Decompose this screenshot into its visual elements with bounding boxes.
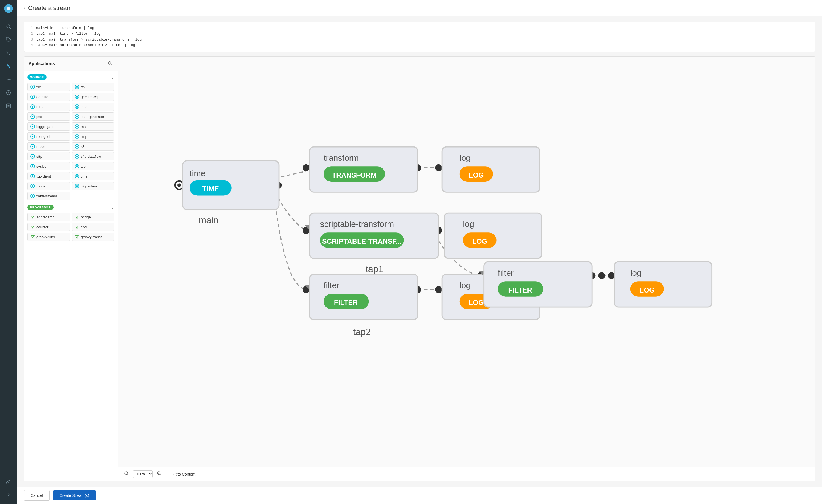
app-bridge[interactable]: bridge [72, 213, 114, 221]
sidebar-terminal[interactable] [0, 46, 17, 60]
svg-text:FILTER: FILTER [508, 286, 532, 294]
source-icon [30, 85, 35, 89]
app-s3[interactable]: s3 [72, 142, 114, 151]
app-counter[interactable]: counter [27, 223, 70, 231]
node-main-log[interactable]: log LOG [442, 147, 540, 192]
sidebar-leaf[interactable] [0, 475, 17, 488]
app-sftp[interactable]: sftp [27, 152, 70, 160]
back-button[interactable]: ‹ [24, 5, 25, 11]
app-tcp[interactable]: tcp [72, 162, 114, 170]
toolbar-divider [167, 471, 168, 478]
app-jdbc[interactable]: jdbc [72, 103, 114, 111]
app-http[interactable]: http [27, 103, 70, 111]
node-tap1-st[interactable]: scriptable-transform SCRIPTABLE-TRANSF..… [310, 213, 439, 258]
create-stream-button[interactable]: Create Stream(s) [53, 490, 96, 500]
graph-toolbar: 50% 75% 100% 125% 150% 200% Fit to Conte… [118, 467, 815, 481]
svg-text:filter: filter [324, 281, 339, 290]
svg-line-17 [111, 64, 112, 65]
zoom-in-button[interactable] [155, 470, 163, 478]
svg-line-68 [160, 474, 161, 475]
app-file[interactable]: file [27, 83, 70, 91]
sidebar-tasks[interactable] [0, 99, 17, 112]
processor-section: PROCESSOR ⌄ aggregator [27, 205, 114, 241]
code-editor[interactable]: 1 main=time | transform | log 2 tap2=:ma… [24, 22, 815, 52]
stream-label-main: main [199, 215, 218, 226]
source-icon [30, 134, 35, 139]
app-gemfire[interactable]: gemfire [27, 93, 70, 101]
svg-text:time: time [189, 169, 206, 178]
app-logo[interactable] [3, 3, 14, 14]
app-rabbit[interactable]: rabbit [27, 142, 70, 151]
source-badge: SOURCE [27, 74, 47, 80]
app-gemfire-cq[interactable]: gemfire-cq [72, 93, 114, 101]
app-trigger[interactable]: trigger [27, 182, 70, 190]
app-groovy-filter[interactable]: groovy-filter [27, 233, 70, 241]
node-tap1-log[interactable]: log LOG [444, 213, 542, 258]
node-tap3-log[interactable]: log LOG [614, 262, 712, 307]
app-groovy-transf[interactable]: groovy-transf [72, 233, 114, 241]
source-icon [30, 114, 35, 119]
source-node-dot-inner [177, 183, 181, 187]
app-filter[interactable]: filter [72, 223, 114, 231]
fit-to-content-button[interactable]: Fit to Content [172, 472, 195, 476]
svg-line-65 [127, 474, 128, 475]
app-ftp[interactable]: ftp [72, 83, 114, 91]
source-icon [30, 174, 35, 178]
svg-text:scriptable-transform: scriptable-transform [320, 219, 394, 229]
svg-marker-21 [75, 226, 78, 228]
connector-dot [435, 164, 442, 171]
sidebar-search[interactable] [0, 20, 17, 33]
app-twitterstream[interactable]: twitterstream [27, 192, 70, 200]
sidebar-streams[interactable] [0, 60, 17, 73]
cancel-button[interactable]: Cancel [24, 490, 50, 501]
svg-text:transform: transform [324, 153, 359, 162]
node-tap2-filter[interactable]: filter FILTER [310, 274, 418, 320]
app-aggregator[interactable]: aggregator [27, 213, 70, 221]
app-time[interactable]: time [72, 172, 114, 180]
svg-text:log: log [631, 268, 642, 277]
node-main-time[interactable]: time TIME [183, 161, 279, 210]
app-triggertask[interactable]: triggertask [72, 182, 114, 190]
source-icon [30, 95, 35, 99]
app-mail[interactable]: mail [72, 122, 114, 131]
content-area: 1 main=time | transform | log 2 tap2=:ma… [17, 16, 822, 487]
sidebar-list[interactable] [0, 73, 17, 86]
node-tap3-filter[interactable]: filter FILTER [484, 262, 592, 307]
app-syslog[interactable]: syslog [27, 162, 70, 170]
page-footer: Cancel Create Stream(s) [17, 487, 822, 504]
zoom-select[interactable]: 50% 75% 100% 125% 150% 200% [133, 470, 153, 478]
source-icon [30, 144, 35, 149]
app-sftp-dataflow[interactable]: sftp-dataflow [72, 152, 114, 160]
panel-title: Applications [28, 61, 55, 66]
app-load-generator[interactable]: load-generator [72, 112, 114, 121]
panel-header: Applications [24, 57, 117, 71]
svg-marker-23 [75, 235, 78, 238]
svg-text:SCRIPTABLE-TRANSF...: SCRIPTABLE-TRANSF... [322, 237, 402, 245]
processor-badge: PROCESSOR [27, 205, 54, 210]
node-main-transform[interactable]: transform TRANSFORM [310, 147, 418, 192]
processor-chevron[interactable]: ⌄ [111, 205, 114, 210]
app-mongodb[interactable]: mongodb [27, 132, 70, 141]
sidebar-tags[interactable] [0, 33, 17, 46]
svg-rect-13 [7, 104, 11, 108]
graph-area[interactable]: time TIME main transform [118, 57, 815, 467]
processor-header: PROCESSOR ⌄ [27, 205, 114, 210]
filter-icon [30, 215, 35, 219]
app-tcp-client[interactable]: tcp-client [27, 172, 70, 180]
app-mqtt[interactable]: mqtt [72, 132, 114, 141]
zoom-out-button[interactable] [122, 470, 130, 478]
source-icon [75, 104, 79, 109]
sidebar-clock[interactable] [0, 86, 17, 99]
app-jms[interactable]: jms [27, 112, 70, 121]
sidebar-expand[interactable] [0, 488, 17, 501]
main-panel: Applications SOURCE ⌄ file ftp [24, 56, 815, 481]
panel-content: SOURCE ⌄ file ftp gemfire gemfire-cq htt… [24, 71, 117, 481]
filter-icon [75, 225, 79, 229]
search-button[interactable] [106, 60, 113, 68]
source-chevron[interactable]: ⌄ [111, 75, 114, 79]
filter-icon [75, 235, 79, 239]
svg-text:log: log [460, 281, 471, 290]
source-grid: file ftp gemfire gemfire-cq http jdbc jm… [27, 83, 114, 200]
source-section: SOURCE ⌄ file ftp gemfire gemfire-cq htt… [27, 74, 114, 200]
app-loggregator[interactable]: loggregator [27, 122, 70, 131]
